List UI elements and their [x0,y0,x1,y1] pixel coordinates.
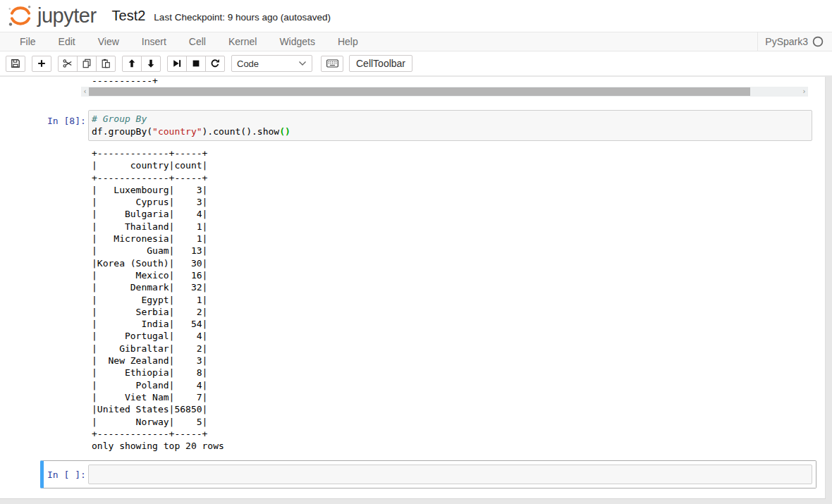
code-line: df.groupBy("country").count().show() [92,125,812,138]
output-horizontal-scrollbar[interactable]: ‹ › [81,87,808,97]
move-cell-down-button[interactable] [141,56,161,72]
run-cell-button[interactable] [167,56,187,72]
scissors-icon [63,59,73,68]
kernel-idle-indicator-icon [812,36,824,47]
stop-icon [191,59,201,68]
code-matching-bracket: () [279,126,290,137]
toolbar: Code CellToolbar [0,51,832,76]
header: jupyter Test2 Last Checkpoint: 9 hours a… [0,0,832,32]
interrupt-kernel-button[interactable] [186,56,206,72]
scrollbar-thumb[interactable] [89,87,750,96]
scrollbar-left-arrow-icon[interactable]: ‹ [81,87,89,97]
copy-cells-button[interactable] [77,56,97,72]
command-palette-button[interactable] [321,56,343,72]
kernel-name: PySpark3 [757,32,812,51]
input-prompt: In [8]: [47,110,88,141]
menu-kernel[interactable]: Kernel [217,32,268,51]
save-button[interactable] [6,56,25,72]
menu-file[interactable]: File [8,32,47,51]
move-cell-up-button[interactable] [122,56,142,72]
code-comment: # Group By [92,113,147,124]
chevron-down-icon [298,61,307,66]
paste-cells-button[interactable] [96,56,116,72]
jupyter-logo-text: jupyter [37,4,97,27]
scrollbar-track[interactable] [89,87,800,97]
menu-view[interactable]: View [87,32,130,51]
step-forward-icon [172,59,182,68]
groupby-count-output: +-------------+-----+ | country|count| +… [88,147,224,452]
save-icon [11,59,20,68]
keyboard-icon [326,59,338,68]
menu-cell[interactable]: Cell [178,32,217,51]
code-plain: df.groupBy( [92,126,152,137]
menu-help[interactable]: Help [326,32,369,51]
menu-insert[interactable]: Insert [130,32,178,51]
arrow-down-icon [146,59,156,68]
jupyter-logo[interactable]: jupyter [7,4,97,27]
restart-kernel-button[interactable] [205,56,225,72]
cell-type-selected-value: Code [237,59,259,69]
notebook-container: -----------+ ‹ › In [8]: # Group By df.g… [0,77,826,499]
cell-toolbar-button[interactable]: CellToolbar [349,55,412,72]
menubar: File Edit View Insert Cell Kernel Widget… [0,32,832,51]
cell-output-area: +-------------+-----+ | country|count| +… [88,147,224,452]
copy-icon [82,59,92,68]
paste-icon [101,59,111,68]
notebook-title[interactable]: Test2 [112,8,146,24]
scrolled-output-partial-text: -----------+ [92,77,158,87]
input-prompt: In [ ]: [47,465,88,484]
kernel-status-area: PySpark3 [757,32,832,51]
jupyter-notebook-window: jupyter Test2 Last Checkpoint: 9 hours a… [0,0,832,504]
insert-cell-below-button[interactable] [32,56,51,72]
code-plain: ).count().show [202,126,280,137]
empty-code-editor[interactable] [88,465,812,484]
restart-icon [210,59,220,68]
menu-widgets[interactable]: Widgets [268,32,326,51]
cell-type-dropdown[interactable]: Code [231,55,312,72]
code-string: "country" [152,126,202,137]
plus-icon [37,59,47,68]
jupyter-logo-icon [7,4,34,27]
checkpoint-status: Last Checkpoint: 9 hours ago (autosaved) [154,10,331,23]
empty-code-cell-selected[interactable]: In [ ]: [40,460,816,488]
arrow-up-icon [127,59,137,68]
scrollbar-right-arrow-icon[interactable]: › [800,87,808,97]
code-editor[interactable]: # Group By df.groupBy("country").count()… [88,110,812,141]
menu-edit[interactable]: Edit [47,32,87,51]
cut-cells-button[interactable] [58,56,78,72]
code-cell-8[interactable]: In [8]: # Group By df.groupBy("country")… [40,106,816,145]
